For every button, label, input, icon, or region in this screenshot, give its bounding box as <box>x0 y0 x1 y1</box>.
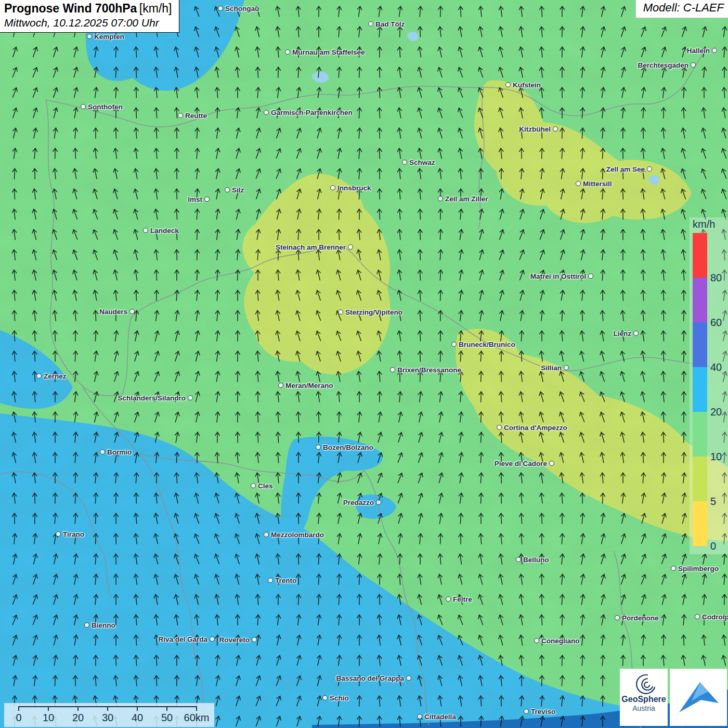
scalebar-label: 0 <box>16 712 21 724</box>
legend-tick-label: 5 <box>710 496 716 508</box>
weather-map-page: SchongauBad TölzKemptenMurnau am Staffel… <box>0 0 728 728</box>
blue-arrow-icon <box>670 669 727 726</box>
legend-unit-label: km/h <box>693 218 715 230</box>
map-title-box: Prognose Wind 700hPa [km/h] Mittwoch, 10… <box>0 0 179 33</box>
map-subtitle: Mittwoch, 10.12.2025 07:00 Uhr <box>4 17 172 29</box>
legend-color-block <box>693 367 707 412</box>
legend-color-bar <box>693 233 707 546</box>
legend-tick-label: 40 <box>710 361 722 373</box>
scalebar-tick <box>137 706 138 711</box>
legend-color-block <box>693 233 707 278</box>
map-scalebar: 0102030405060km <box>4 703 214 727</box>
scalebar-tick <box>18 706 19 711</box>
scalebar-tick <box>166 706 167 711</box>
legend-color-block <box>693 501 707 546</box>
scalebar-label: 40 <box>132 712 143 724</box>
title-text: Prognose Wind 700hPa <box>4 2 137 15</box>
wind-speed-legend: km/h 806040201050 <box>690 217 728 554</box>
map-title: Prognose Wind 700hPa [km/h] <box>4 2 172 16</box>
scalebar-tick <box>196 706 197 711</box>
legend-color-block <box>693 278 707 322</box>
geosphere-swirl-icon <box>632 671 656 695</box>
logo-name: GeoSphere <box>620 695 668 704</box>
legend-tick-label: 0 <box>710 540 716 552</box>
legend-tick-label: 80 <box>710 272 722 284</box>
scalebar-tick <box>107 706 108 711</box>
scalebar-label: 60km <box>184 712 210 724</box>
model-label-box: Modell: C-LAEF <box>635 0 728 18</box>
legend-tick-label: 20 <box>710 406 722 418</box>
scalebar-label: 50 <box>161 712 173 724</box>
scalebar-tick <box>48 706 49 711</box>
scalebar-label: 30 <box>102 712 113 724</box>
geosphere-logo-box: GeoSphere Austria <box>620 669 668 726</box>
legend-color-block <box>693 412 707 457</box>
legend-color-block <box>693 322 707 367</box>
legend-color-block <box>693 457 707 501</box>
scalebar-label: 10 <box>43 712 54 724</box>
scalebar-label: 20 <box>72 712 84 724</box>
scalebar-tick <box>77 706 79 711</box>
legend-tick-label: 60 <box>710 317 722 329</box>
wind-forecast-map <box>0 0 728 728</box>
geosphere-arrow-logo-box <box>670 669 727 726</box>
logo-country: Austria <box>620 704 668 713</box>
legend-tick-label: 10 <box>710 451 722 463</box>
terrain-shading <box>0 0 728 728</box>
title-unit: [km/h] <box>139 2 172 15</box>
